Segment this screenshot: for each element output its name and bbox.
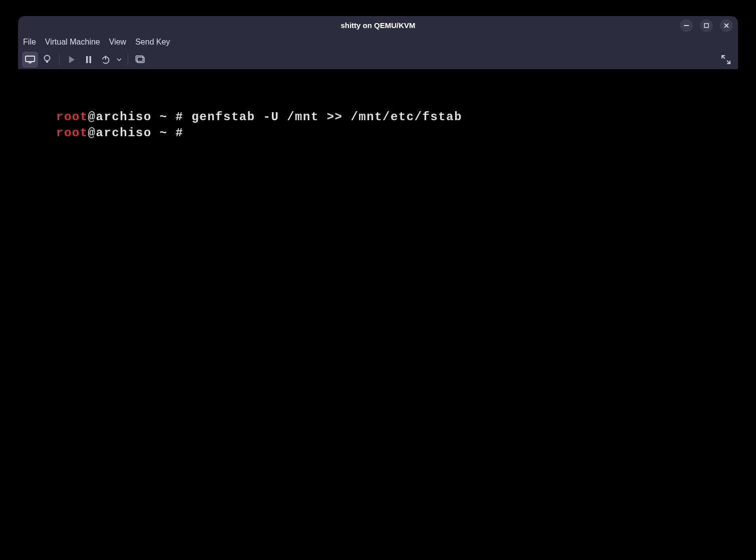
terminal-command: genfstab -U /mnt >> /mnt/etc/fstab [191, 110, 462, 124]
pause-button[interactable] [81, 52, 97, 68]
svg-rect-6 [86, 56, 88, 63]
details-view-button[interactable] [39, 52, 55, 68]
close-icon [724, 23, 729, 28]
menu-send-key[interactable]: Send Key [135, 38, 170, 47]
window-title: shitty on QEMU/KVM [340, 21, 415, 30]
fullscreen-icon [721, 55, 731, 65]
prompt-user: root [56, 110, 88, 124]
close-button[interactable] [720, 19, 733, 32]
pause-icon [86, 56, 92, 64]
bulb-icon [43, 55, 51, 65]
maximize-icon [704, 23, 709, 28]
prompt-at: @ [88, 110, 96, 124]
vm-window: shitty on QEMU/KVM File Virtual Machine … [18, 16, 738, 70]
terminal-line: root@archiso ~ # genfstab -U /mnt >> /mn… [56, 109, 756, 125]
menu-file[interactable]: File [23, 38, 36, 47]
console-view-button[interactable] [22, 52, 38, 68]
svg-rect-7 [90, 56, 92, 63]
prompt-cwd: ~ [152, 110, 176, 124]
minimize-icon [684, 25, 689, 26]
svg-rect-9 [105, 56, 106, 60]
vm-console[interactable]: root@archiso ~ # genfstab -U /mnt >> /mn… [0, 69, 756, 560]
terminal-line: root@archiso ~ # [56, 125, 756, 141]
play-icon [68, 56, 75, 64]
svg-rect-2 [26, 56, 35, 62]
svg-rect-5 [46, 61, 48, 63]
toolbar-separator [128, 54, 128, 66]
menu-virtual-machine[interactable]: Virtual Machine [45, 38, 100, 47]
svg-rect-1 [704, 24, 708, 28]
menubar: File Virtual Machine View Send Key [18, 35, 738, 50]
monitor-icon [25, 56, 35, 64]
svg-rect-0 [684, 25, 689, 26]
window-controls [680, 19, 733, 32]
shutdown-button[interactable] [98, 52, 114, 68]
toolbar [18, 50, 738, 70]
svg-rect-3 [29, 62, 32, 63]
minimize-button[interactable] [680, 19, 693, 32]
run-button[interactable] [64, 52, 80, 68]
fullscreen-button[interactable] [718, 52, 734, 68]
prompt-host: archiso [96, 110, 152, 124]
power-icon [101, 55, 110, 64]
prompt-cwd: ~ [152, 126, 176, 140]
prompt-host: archiso [96, 126, 152, 140]
svg-point-4 [45, 55, 50, 61]
prompt-hash: # [176, 126, 192, 140]
menu-view[interactable]: View [109, 38, 126, 47]
toolbar-separator [59, 54, 60, 66]
screenshot-icon [135, 55, 145, 64]
chevron-down-icon [117, 58, 122, 61]
shutdown-dropdown-button[interactable] [115, 52, 124, 68]
prompt-hash: # [176, 110, 192, 124]
prompt-at: @ [88, 126, 96, 140]
prompt-user: root [56, 126, 88, 140]
snapshots-button[interactable] [132, 52, 148, 68]
titlebar: shitty on QEMU/KVM [18, 16, 738, 35]
maximize-button[interactable] [700, 19, 713, 32]
